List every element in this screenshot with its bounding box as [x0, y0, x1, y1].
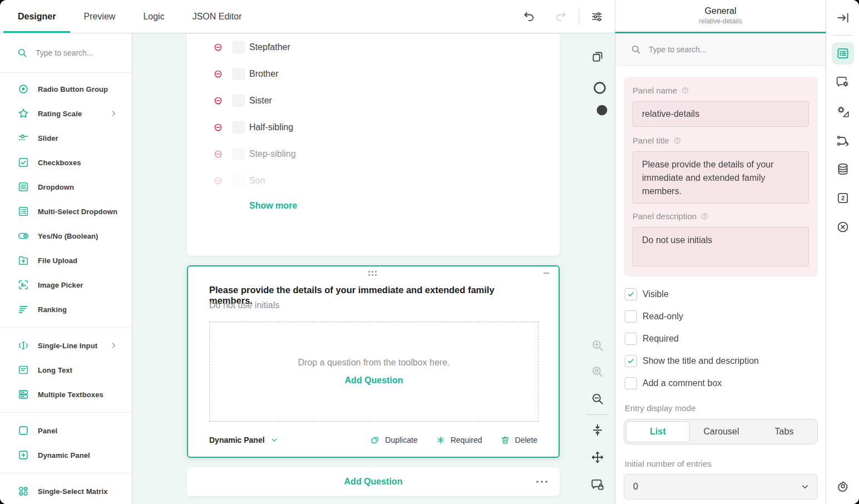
- panel-description-textarea[interactable]: Do not use initials: [633, 227, 809, 266]
- toolbox-item-dropdown[interactable]: Dropdown: [0, 175, 132, 199]
- toolbox-item-multi-select-dropdown[interactable]: Multi-Select Dropdown: [0, 199, 132, 224]
- read-only-checkbox[interactable]: Read-only: [625, 305, 818, 328]
- toolbox-item-long-text[interactable]: Long Text: [0, 358, 132, 382]
- panel-name-input[interactable]: [633, 101, 809, 127]
- undo-icon[interactable]: [522, 10, 536, 23]
- remove-choice-icon[interactable]: [213, 176, 223, 186]
- more-options-icon[interactable]: [536, 481, 547, 483]
- toolbox-item-label: Single-Line Input: [38, 342, 97, 350]
- choice-checkbox[interactable]: [233, 95, 245, 107]
- remove-choice-icon[interactable]: [213, 96, 223, 106]
- segment-list[interactable]: List: [626, 421, 690, 442]
- toolbox-item-ranking[interactable]: Ranking: [0, 297, 132, 322]
- tab-page-count-icon[interactable]: 2: [836, 191, 850, 205]
- choice-label[interactable]: Son: [249, 176, 265, 186]
- choice-checkbox[interactable]: [233, 148, 245, 160]
- toolbox-item-checkboxes[interactable]: Checkboxes: [0, 150, 132, 175]
- duplicate-button[interactable]: Duplicate: [370, 435, 417, 445]
- tab-logic-icon[interactable]: [836, 134, 850, 148]
- toolbox-item-multiple-textboxes[interactable]: Multiple Textboxes: [0, 382, 132, 407]
- survey-settings-lock-icon[interactable]: [590, 477, 605, 492]
- tab-json-editor[interactable]: JSON Editor: [192, 0, 242, 33]
- help-icon[interactable]: [673, 136, 682, 145]
- tab-preview[interactable]: Preview: [83, 0, 115, 33]
- tab-logic[interactable]: Logic: [143, 0, 164, 33]
- toolbox-item-slider[interactable]: Slider: [0, 126, 132, 150]
- choice-checkbox[interactable]: [233, 121, 245, 134]
- drag-surface-icon[interactable]: [590, 450, 605, 465]
- drop-area[interactable]: Drop a question from the toolbox here. A…: [209, 322, 539, 422]
- tab-survey-settings-icon[interactable]: [836, 75, 850, 89]
- toolbox-item-panel[interactable]: Panel: [0, 418, 132, 443]
- visible-checkbox[interactable]: Visible: [625, 283, 818, 305]
- close-panel-icon[interactable]: [836, 220, 850, 234]
- zoom-in-icon[interactable]: [590, 338, 605, 353]
- selected-panel-card[interactable]: Please provide the details of your immed…: [187, 265, 560, 458]
- drag-handle-icon[interactable]: [368, 271, 378, 278]
- remove-choice-icon[interactable]: [213, 122, 223, 132]
- initial-entries-dropdown[interactable]: 0: [624, 474, 818, 500]
- remove-choice-icon[interactable]: [213, 69, 223, 79]
- choice-label[interactable]: Stepfather: [249, 42, 290, 52]
- toolbox-item-image-picker[interactable]: Image Picker: [0, 273, 132, 297]
- checkbox-label: Read-only: [643, 312, 683, 322]
- tab-json-data-icon[interactable]: [836, 162, 850, 176]
- checkbox-question-card[interactable]: Stepfather Brother Sister: [187, 34, 560, 256]
- choice-label[interactable]: Brother: [249, 69, 278, 79]
- choice-label[interactable]: Sister: [249, 96, 272, 106]
- toolbox-divider: [0, 412, 132, 413]
- remove-choice-icon[interactable]: [213, 149, 223, 159]
- page-indicator-current-icon[interactable]: [593, 81, 603, 91]
- collapse-sidebar-icon[interactable]: [836, 11, 850, 25]
- show-title-description-checkbox[interactable]: Show the title and description: [625, 350, 818, 372]
- choice-label[interactable]: Step-sibling: [249, 149, 296, 159]
- choice-checkbox[interactable]: [233, 41, 245, 53]
- add-question-button[interactable]: Add Question: [345, 375, 403, 386]
- tab-theme-designer-icon[interactable]: [836, 104, 850, 118]
- toolbox-item-radio-button-group[interactable]: Radio Button Group: [0, 77, 132, 101]
- segment-tabs[interactable]: Tabs: [753, 421, 816, 442]
- question-type-selector[interactable]: Dynamic Panel: [209, 436, 278, 444]
- toolbox-item-rating-scale[interactable]: Rating Scale: [0, 101, 132, 126]
- zoom-out-icon[interactable]: [590, 392, 605, 406]
- chevron-right-icon[interactable]: [110, 110, 117, 117]
- segment-carousel[interactable]: Carousel: [690, 421, 753, 442]
- add-comment-box-checkbox[interactable]: Add a comment box: [625, 372, 818, 394]
- remove-choice-icon[interactable]: [213, 42, 223, 52]
- toolbox-item-label: Yes/No (Boolean): [38, 232, 98, 240]
- choice-label[interactable]: Half-sibling: [249, 122, 293, 132]
- add-question-button[interactable]: Add Question: [344, 477, 403, 487]
- toolbox-item-dynamic-panel[interactable]: Dynamic Panel: [0, 443, 132, 467]
- choice-checkbox[interactable]: [233, 175, 245, 187]
- topbar: Designer Preview Logic JSON Editor: [0, 0, 615, 33]
- panel-description[interactable]: Do not use initials: [209, 300, 279, 310]
- toolbox-item-single-select-matrix[interactable]: Single-Select Matrix: [0, 479, 132, 503]
- delete-button[interactable]: Delete: [500, 435, 537, 445]
- page-indicator-icon[interactable]: [595, 103, 600, 108]
- toolbox-item-file-upload[interactable]: File Upload: [0, 248, 132, 273]
- tab-general-properties[interactable]: [832, 42, 854, 65]
- toolbox-search-input[interactable]: [36, 48, 119, 57]
- single-line-input-icon: [17, 339, 29, 352]
- panel-title-textarea[interactable]: Please provide the details of your immed…: [633, 151, 809, 204]
- required-checkbox[interactable]: Required: [625, 328, 818, 350]
- collapse-panel-icon[interactable]: [542, 269, 551, 278]
- chevron-right-icon[interactable]: [110, 342, 117, 349]
- properties-search-input[interactable]: [649, 45, 732, 54]
- show-more-link[interactable]: Show more: [249, 201, 297, 211]
- checkbox-icon: [625, 355, 637, 367]
- toolbox-item-single-line-input[interactable]: Single-Line Input: [0, 333, 132, 358]
- redo-icon[interactable]: [554, 10, 567, 23]
- required-button[interactable]: Required: [436, 435, 482, 445]
- pages-icon[interactable]: [590, 49, 605, 63]
- settings-gear-icon[interactable]: [836, 479, 850, 493]
- zoom-reset-icon[interactable]: [590, 364, 605, 379]
- help-icon[interactable]: [700, 212, 709, 220]
- multi-select-dropdown-icon: [17, 205, 29, 218]
- help-icon[interactable]: [681, 86, 689, 95]
- choice-checkbox[interactable]: [233, 68, 245, 80]
- collapse-all-icon[interactable]: [590, 423, 605, 437]
- creator-settings-icon[interactable]: [590, 10, 604, 23]
- toolbox-item-boolean[interactable]: Yes/No (Boolean): [0, 224, 132, 248]
- tab-designer[interactable]: Designer: [18, 0, 56, 33]
